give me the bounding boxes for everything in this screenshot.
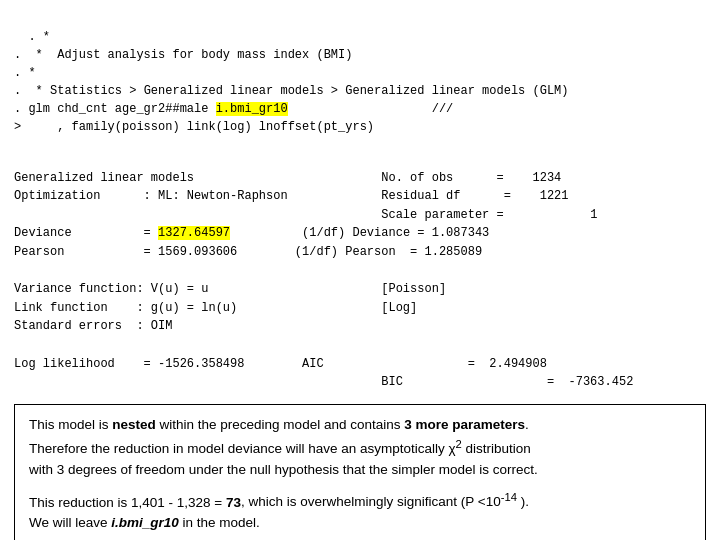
link-func-row: Link function : g(u) = ln(u) [Log] — [14, 301, 417, 315]
onedf-dev-val: 1.087343 — [432, 226, 490, 240]
onedf-pear-label: (1/df) Pearson — [295, 245, 396, 259]
onedf-dev-eq: = — [417, 226, 424, 240]
onedf-dev-label: (1/df) Deviance — [302, 226, 410, 240]
bic-val: -7363.452 — [569, 375, 634, 389]
no-obs-eq: = — [497, 171, 504, 185]
paragraph-2: This reduction is 1,401 - 1,328 = 73, wh… — [29, 489, 691, 534]
bic-row: BIC = -7363.452 — [14, 375, 633, 389]
bic-label: BIC — [381, 375, 403, 389]
para1-text4: Therefore the reduction in model devianc… — [29, 441, 531, 456]
line-4: . * Statistics > Generalized linear mode… — [14, 84, 569, 98]
chi-sup: 2 — [456, 438, 462, 450]
resid-df-label: Residual df — [381, 189, 460, 203]
para2-text3: We will leave — [29, 515, 111, 530]
header-code: . * . * Adjust analysis for body mass in… — [14, 10, 706, 136]
var-func-row: Variance function: V(u) = u [Poisson] — [14, 282, 446, 296]
para2-italic-bmi: i.bmi_gr10 — [111, 515, 179, 530]
para2-sup: -14 — [501, 491, 517, 503]
aic-label: AIC — [302, 357, 324, 371]
log-bracket: [Log] — [381, 301, 417, 315]
resid-df-val: 1221 — [540, 189, 569, 203]
optim-row: Optimization : ML: Newton-Raphson Residu… — [14, 189, 569, 203]
para1-text5: with 3 degrees of freedom under the null… — [29, 462, 538, 477]
scale-param-eq: = — [497, 208, 504, 222]
para2-text4: in the model. — [179, 515, 260, 530]
scale-param-val: 1 — [590, 208, 597, 222]
explanation-box: This model is nested within the precedin… — [14, 404, 706, 540]
line-3: . * — [14, 66, 36, 80]
deviance-val: 1327.64597 — [158, 226, 230, 240]
glm-label: Generalized linear models No. of obs = 1… — [14, 171, 561, 185]
pearson-row: Pearson = 1569.093606 (1/df) Pearson = 1… — [14, 245, 482, 259]
no-obs-label: No. of obs — [381, 171, 453, 185]
para2-text2: , which is overwhelmingly significant (P… — [241, 494, 529, 509]
resid-df-eq: = — [504, 189, 511, 203]
line-1: . * — [28, 30, 50, 44]
log-lik-val: -1526.358498 — [158, 357, 244, 371]
statistics-word: Statistics — [50, 84, 122, 98]
bic-eq: = — [547, 375, 554, 389]
para1-text1: This model is — [29, 417, 112, 432]
poisson-bracket: [Poisson] — [381, 282, 446, 296]
line-6: > , family(poisson) link(log) lnoffset(p… — [14, 120, 374, 134]
para1-text3: . — [525, 417, 529, 432]
aic-val: 2.494908 — [489, 357, 547, 371]
aic-eq: = — [468, 357, 475, 371]
stats-output: Generalized linear models No. of obs = 1… — [14, 150, 706, 392]
para2-bold-73: 73 — [226, 494, 241, 509]
std-err-row: Standard errors : OIM — [14, 319, 172, 333]
log-lik-row: Log likelihood = -1526.358498 AIC = 2.49… — [14, 357, 547, 371]
scale-param-label: Scale parameter — [381, 208, 489, 222]
para1-text2: within the preceding model and contains — [156, 417, 404, 432]
para1-bold-3more: 3 more parameters — [404, 417, 525, 432]
pearson-val: 1569.093606 — [158, 245, 237, 259]
para2-text1: This reduction is 1,401 - 1,328 = — [29, 494, 226, 509]
onedf-pear-val: 1.285089 — [425, 245, 483, 259]
paragraph-1: This model is nested within the precedin… — [29, 415, 691, 481]
line-5: . glm chd_cnt age_gr2##male i.bmi_gr10 /… — [14, 102, 453, 116]
deviance-row: Deviance = 1327.64597 (1/df) Deviance = … — [14, 226, 489, 240]
line-2: . * Adjust analysis for body mass index … — [14, 48, 352, 62]
spacer-row: Scale parameter = 1 — [14, 208, 597, 222]
onedf-pear-eq: = — [410, 245, 417, 259]
highlight-bmi: i.bmi_gr10 — [216, 102, 288, 116]
para1-nested: nested — [112, 417, 156, 432]
no-obs-val: 1234 — [533, 171, 562, 185]
